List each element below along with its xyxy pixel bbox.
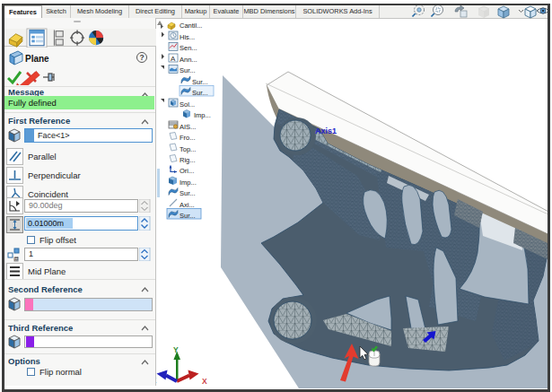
svg-text:X: X (202, 377, 207, 386)
svg-text:Y: Y (173, 345, 179, 354)
svg-text:A: A (171, 55, 176, 63)
svg-text:#: # (14, 255, 19, 262)
svg-text:Axis1: Axis1 (315, 126, 337, 135)
